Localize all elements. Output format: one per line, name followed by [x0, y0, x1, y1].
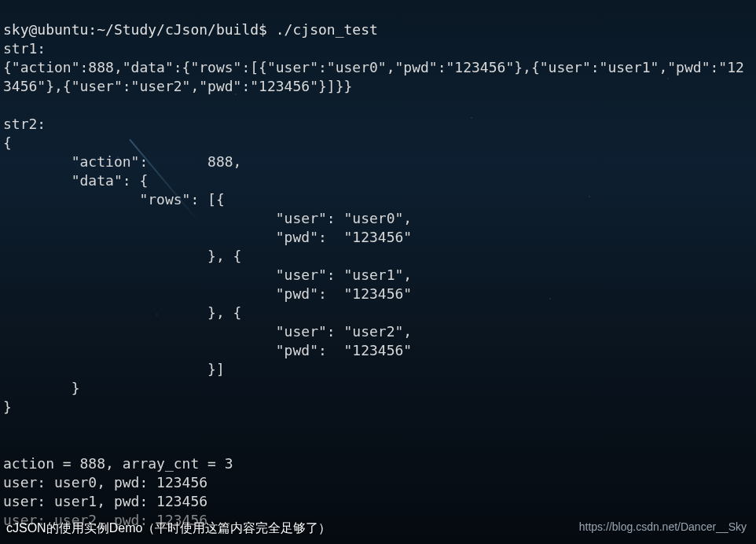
article-caption: cJSON的使用实例Demo（平时使用这篇内容完全足够了） [6, 519, 331, 538]
json-line: } [3, 380, 80, 396]
json-line: }] [3, 361, 225, 377]
terminal-output: sky@ubuntu:~/Study/cJson/build$ ./cjson_… [0, 0, 756, 531]
json-line: } [3, 399, 12, 415]
shell-prompt-line: sky@ubuntu:~/Study/cJson/build$ ./cjson_… [3, 21, 378, 38]
json-line: "data": { [3, 172, 148, 189]
str1-json-line1: {"action":888,"data":{"rows":[{"user":"u… [3, 59, 744, 75]
user-row: user: user1, pwd: 123456 [3, 493, 207, 509]
json-line: "pwd": "123456" [3, 229, 412, 245]
json-line: "user": "user2", [3, 323, 412, 340]
json-line: "pwd": "123456" [3, 285, 412, 302]
summary-line: action = 888, array_cnt = 3 [3, 455, 233, 472]
str1-label: str1: [3, 40, 46, 57]
json-line: "action": 888, [3, 153, 241, 170]
json-line: "rows": [{ [3, 191, 225, 208]
str1-json-line2: 3456"},{"user":"user2","pwd":"123456"}]}… [3, 78, 352, 94]
json-line: "user": "user0", [3, 210, 412, 226]
blog-watermark: https://blog.csdn.net/Dancer__Sky [579, 517, 747, 536]
json-line: "user": "user1", [3, 266, 412, 283]
json-line: }, { [3, 248, 241, 264]
json-line: { [3, 134, 12, 151]
str2-label: str2: [3, 116, 46, 132]
json-line: }, { [3, 304, 241, 321]
user-row: user: user0, pwd: 123456 [3, 474, 207, 491]
json-line: "pwd": "123456" [3, 342, 412, 358]
